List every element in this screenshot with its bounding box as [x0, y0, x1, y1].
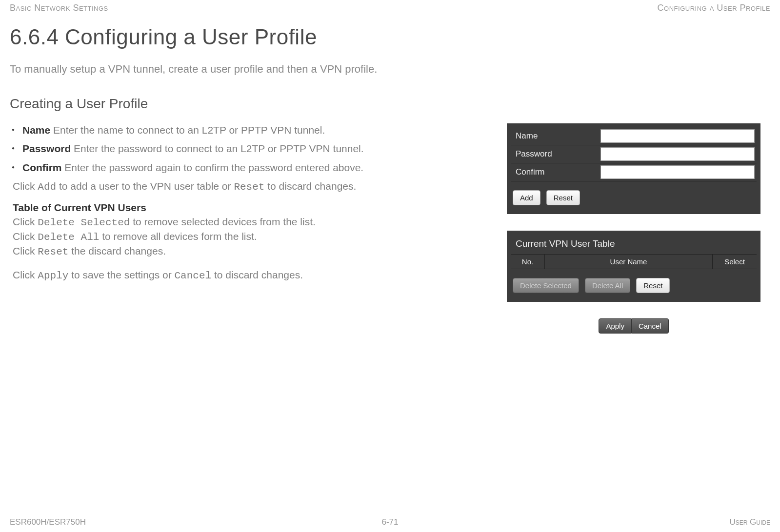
- bullet-confirm: Confirm Enter the password again to conf…: [22, 161, 478, 175]
- form-button-row: Add Reset: [511, 181, 757, 210]
- bullet-label: Password: [22, 143, 71, 154]
- add-button[interactable]: Add: [513, 190, 540, 205]
- page-title: 6.6.4 Configuring a User Profile: [10, 25, 770, 49]
- text: the discard changes.: [68, 245, 166, 256]
- vpn-user-table-panel: Current VPN User Table No. User Name Sel…: [507, 231, 760, 302]
- field-bullet-list: Name Enter the name to connect to an L2T…: [10, 123, 478, 175]
- bullet-text: Enter the name to connect to an L2TP or …: [50, 124, 325, 136]
- label-confirm: Confirm: [511, 163, 599, 181]
- form-row-name: Name: [511, 127, 757, 145]
- table-heading-text: Table of Current VPN Users: [13, 202, 146, 213]
- table-button-row: Delete Selected Delete All Reset: [511, 269, 757, 298]
- bullet-password: Password Enter the password to connect t…: [22, 142, 478, 156]
- form-row-confirm: Confirm: [511, 163, 757, 181]
- description-column: Name Enter the name to connect to an L2T…: [10, 123, 478, 334]
- code-add: Add: [38, 181, 56, 193]
- screenshot-column: Name Password Confirm Add Reset Current …: [507, 123, 770, 334]
- name-input[interactable]: [600, 129, 755, 143]
- section-subtitle: Creating a User Profile: [10, 96, 770, 112]
- text: to remove all devices form the list.: [99, 231, 257, 242]
- code-delete-selected: Delete Selected: [38, 217, 130, 228]
- text: Click: [13, 216, 38, 227]
- bullet-text: Enter the password again to confirm the …: [62, 162, 364, 173]
- footer-left: ESR600H/ESR750H: [10, 517, 86, 527]
- bullet-label: Confirm: [22, 162, 62, 173]
- user-table-title: Current VPN User Table: [511, 235, 757, 254]
- text: to remove selected devices from the list…: [130, 216, 316, 227]
- code-reset: Reset: [38, 246, 68, 257]
- text: Click: [13, 269, 38, 280]
- code-reset: Reset: [234, 181, 264, 193]
- apply-cancel-panel: Apply Cancel: [599, 318, 668, 334]
- footer-right: User Guide: [729, 517, 770, 527]
- header-right: Configuring a User Profile: [658, 3, 770, 13]
- text: Click: [13, 180, 38, 192]
- password-input[interactable]: [600, 147, 755, 161]
- running-footer: ESR600H/ESR750H 6-71 User Guide: [10, 517, 770, 527]
- confirm-input[interactable]: [600, 165, 755, 179]
- col-select: Select: [713, 255, 757, 269]
- text: to discard changes.: [264, 180, 356, 192]
- user-table-header-row: No. User Name Select: [511, 254, 757, 269]
- reset-button[interactable]: Reset: [546, 190, 580, 205]
- text: Click: [13, 245, 38, 256]
- text: to discard changes.: [211, 269, 303, 280]
- para-add-reset: Click Add to add a user to the VPN user …: [10, 179, 478, 194]
- label-password: Password: [511, 145, 599, 163]
- label-name: Name: [511, 127, 599, 145]
- header-left: Basic Network Settings: [10, 3, 108, 13]
- bullet-name: Name Enter the name to connect to an L2T…: [22, 123, 478, 137]
- user-profile-form-panel: Name Password Confirm Add Reset: [507, 123, 760, 214]
- col-user-name: User Name: [545, 255, 713, 269]
- para-apply-cancel: Click Apply to save the settings or Canc…: [10, 268, 478, 283]
- footer-page-number: 6-71: [381, 517, 398, 527]
- text: Click: [13, 231, 38, 242]
- code-cancel: Cancel: [174, 270, 211, 281]
- running-header: Basic Network Settings Configuring a Use…: [10, 0, 770, 25]
- form-row-password: Password: [511, 145, 757, 163]
- text: to save the settings or: [68, 269, 174, 280]
- code-delete-all: Delete All: [38, 232, 99, 243]
- code-apply: Apply: [38, 270, 68, 281]
- delete-selected-button[interactable]: Delete Selected: [513, 278, 579, 293]
- bullet-text: Enter the password to connect to an L2TP…: [71, 143, 363, 154]
- intro-text: To manually setup a VPN tunnel, create a…: [10, 63, 770, 76]
- text: to add a user to the VPN user table or: [56, 180, 234, 192]
- delete-all-button[interactable]: Delete All: [585, 278, 630, 293]
- apply-button[interactable]: Apply: [599, 318, 632, 334]
- col-no: No.: [511, 255, 545, 269]
- bullet-label: Name: [22, 124, 50, 136]
- table-reset-button[interactable]: Reset: [636, 278, 670, 293]
- cancel-button[interactable]: Cancel: [632, 318, 669, 334]
